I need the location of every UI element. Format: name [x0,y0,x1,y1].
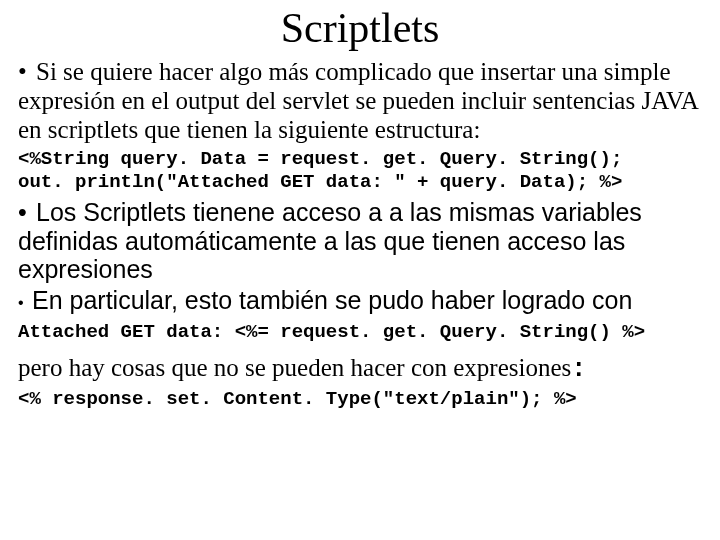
bullet-icon: • [18,198,36,227]
code-block-2: Attached GET data: <%= request. get. Que… [18,321,702,344]
slide-title: Scriptlets [18,4,702,52]
slide: Scriptlets •Si se quiere hacer algo más … [0,4,720,540]
code-line-1: <%String query. Data = request. get. Que… [18,148,622,170]
paragraph-4-text: pero hay cosas que no se pueden hacer co… [18,354,571,381]
code-line-2: out. println("Attached GET data: " + que… [18,171,622,193]
paragraph-3-text: En particular, esto también se pudo habe… [32,286,632,314]
paragraph-2-text: Los Scriptlets tienene acceso a a las mi… [18,198,642,284]
paragraph-1: •Si se quiere hacer algo más complicado … [18,58,702,144]
bullet-icon: • [18,294,32,312]
code-block-3: <% response. set. Content. Type("text/pl… [18,388,702,411]
code-block-1: <%String query. Data = request. get. Que… [18,148,702,194]
paragraph-2: •Los Scriptlets tienene acceso a a las m… [18,198,702,284]
paragraph-4: pero hay cosas que no se pueden hacer co… [18,354,702,384]
paragraph-1-text: Si se quiere hacer algo más complicado q… [18,58,697,143]
bullet-icon: • [18,58,36,87]
colon: : [571,355,586,384]
paragraph-3: •En particular, esto también se pudo hab… [18,286,702,315]
